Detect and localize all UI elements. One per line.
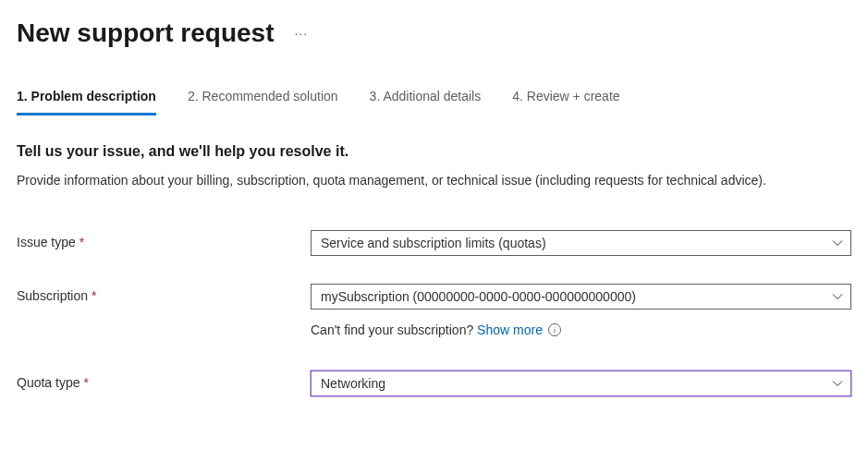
tab-review-create[interactable]: 4. Review + create: [512, 89, 619, 116]
chevron-down-icon: [832, 378, 843, 389]
info-icon[interactable]: i: [548, 323, 561, 336]
show-more-link[interactable]: Show more: [477, 322, 543, 337]
quota-type-label: Quota type *: [17, 371, 311, 390]
issue-type-value: Service and subscription limits (quotas): [321, 236, 546, 250]
subscription-label: Subscription *: [17, 284, 311, 303]
chevron-down-icon: [832, 291, 843, 302]
chevron-down-icon: [832, 237, 843, 249]
section-heading: Tell us your issue, and we'll help you r…: [17, 143, 851, 160]
subscription-hint: Can't find your subscription? Show more …: [311, 322, 561, 337]
quota-type-select[interactable]: Networking: [311, 371, 851, 396]
quota-type-value: Networking: [321, 376, 385, 391]
tab-recommended-solution[interactable]: 2. Recommended solution: [188, 89, 338, 116]
subscription-value: mySubscription (00000000-0000-0000-00000…: [321, 289, 636, 304]
more-actions-button[interactable]: ···: [290, 22, 312, 44]
issue-type-select[interactable]: Service and subscription limits (quotas): [311, 230, 851, 256]
tab-additional-details[interactable]: 3. Additional details: [370, 89, 482, 116]
subscription-select[interactable]: mySubscription (00000000-0000-0000-00000…: [311, 284, 851, 310]
wizard-tabs: 1. Problem description 2. Recommended so…: [17, 89, 851, 116]
tab-problem-description[interactable]: 1. Problem description: [17, 89, 156, 116]
issue-type-label: Issue type *: [17, 230, 311, 249]
section-description: Provide information about your billing, …: [17, 171, 849, 189]
page-title: New support request: [17, 18, 274, 48]
